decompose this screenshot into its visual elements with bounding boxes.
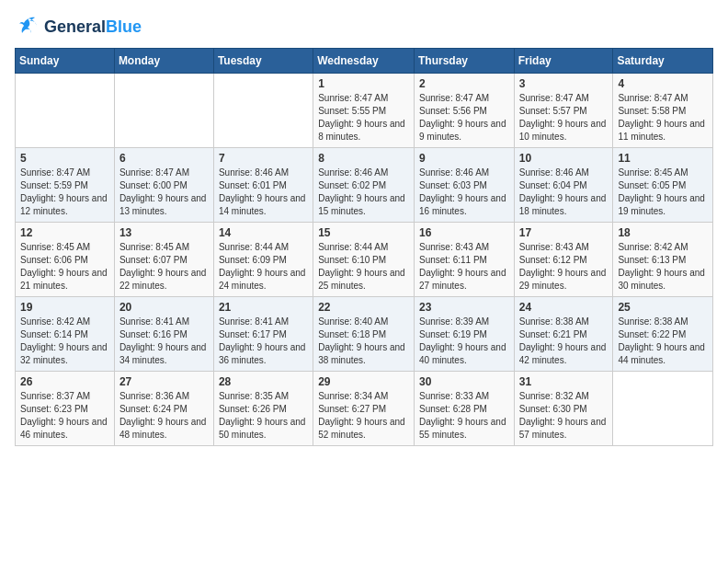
- cell-line: Daylight: 9 hours and 48 minutes.: [119, 416, 209, 442]
- cell-line: Sunset: 6:28 PM: [419, 403, 509, 416]
- cell-content: Sunrise: 8:38 AMSunset: 6:22 PMDaylight:…: [618, 316, 708, 367]
- day-number: 8: [318, 152, 409, 165]
- calendar-cell: 26Sunrise: 8:37 AMSunset: 6:23 PMDayligh…: [16, 372, 115, 446]
- calendar-cell: 18Sunrise: 8:42 AMSunset: 6:13 PMDayligh…: [613, 223, 713, 297]
- cell-content: Sunrise: 8:46 AMSunset: 6:03 PMDaylight:…: [419, 167, 509, 218]
- day-number: 4: [618, 77, 708, 90]
- calendar-cell: [114, 74, 213, 148]
- cell-line: Sunset: 5:58 PM: [618, 105, 708, 118]
- calendar-cell: 20Sunrise: 8:41 AMSunset: 6:16 PMDayligh…: [114, 297, 213, 372]
- cell-line: Sunset: 5:57 PM: [519, 105, 609, 118]
- cell-line: Sunrise: 8:38 AM: [519, 316, 609, 328]
- cell-line: Sunset: 6:16 PM: [119, 328, 209, 341]
- cell-line: Sunrise: 8:37 AM: [20, 390, 109, 403]
- cell-line: Sunrise: 8:44 AM: [219, 241, 308, 254]
- day-number: 29: [318, 375, 409, 388]
- day-number: 13: [119, 226, 209, 239]
- cell-line: Sunset: 6:17 PM: [219, 328, 308, 341]
- cell-line: Sunrise: 8:33 AM: [419, 390, 509, 403]
- cell-line: Sunset: 6:02 PM: [318, 179, 409, 192]
- cell-line: Sunset: 6:14 PM: [20, 328, 109, 341]
- calendar-cell: 14Sunrise: 8:44 AMSunset: 6:09 PMDayligh…: [213, 223, 313, 297]
- day-number: 27: [119, 375, 209, 388]
- cell-line: Sunset: 6:07 PM: [119, 254, 209, 267]
- cell-content: Sunrise: 8:46 AMSunset: 6:02 PMDaylight:…: [318, 167, 409, 218]
- day-number: 10: [519, 152, 609, 165]
- cell-line: Sunrise: 8:46 AM: [318, 167, 409, 179]
- header: GeneralBlue: [15, 15, 713, 40]
- cell-content: Sunrise: 8:40 AMSunset: 6:18 PMDaylight:…: [318, 316, 409, 367]
- cell-line: Sunrise: 8:36 AM: [119, 390, 209, 403]
- cell-line: Sunrise: 8:44 AM: [318, 241, 409, 254]
- cell-line: Sunset: 6:21 PM: [519, 328, 609, 341]
- cell-content: Sunrise: 8:45 AMSunset: 6:06 PMDaylight:…: [20, 241, 109, 293]
- day-number: 12: [20, 226, 109, 239]
- cell-content: Sunrise: 8:39 AMSunset: 6:19 PMDaylight:…: [419, 316, 509, 367]
- cell-line: Sunrise: 8:41 AM: [219, 316, 308, 328]
- week-row-3: 12Sunrise: 8:45 AMSunset: 6:06 PMDayligh…: [16, 223, 713, 297]
- cell-line: Daylight: 9 hours and 22 minutes.: [119, 267, 209, 293]
- cell-line: Sunset: 6:05 PM: [618, 179, 708, 192]
- cell-line: Sunset: 5:59 PM: [20, 179, 109, 192]
- day-number: 11: [618, 152, 708, 165]
- cell-line: Daylight: 9 hours and 9 minutes.: [419, 118, 509, 144]
- day-header-monday: Monday: [114, 49, 213, 74]
- cell-line: Sunrise: 8:35 AM: [219, 390, 308, 403]
- cell-line: Sunrise: 8:47 AM: [20, 167, 109, 179]
- cell-line: Sunset: 6:23 PM: [20, 403, 109, 416]
- calendar-cell: 3Sunrise: 8:47 AMSunset: 5:57 PMDaylight…: [514, 74, 613, 148]
- day-number: 9: [419, 152, 509, 165]
- calendar-cell: 27Sunrise: 8:36 AMSunset: 6:24 PMDayligh…: [114, 372, 213, 446]
- calendar-cell: [613, 372, 713, 446]
- cell-line: Daylight: 9 hours and 19 minutes.: [618, 192, 708, 218]
- cell-line: Sunrise: 8:43 AM: [519, 241, 609, 254]
- cell-line: Daylight: 9 hours and 16 minutes.: [419, 192, 509, 218]
- calendar-cell: 23Sunrise: 8:39 AMSunset: 6:19 PMDayligh…: [414, 297, 514, 372]
- cell-content: Sunrise: 8:33 AMSunset: 6:28 PMDaylight:…: [419, 390, 509, 442]
- cell-line: Sunset: 6:24 PM: [119, 403, 209, 416]
- cell-line: Daylight: 9 hours and 50 minutes.: [219, 416, 308, 442]
- week-row-5: 26Sunrise: 8:37 AMSunset: 6:23 PMDayligh…: [16, 372, 713, 446]
- day-header-friday: Friday: [514, 49, 613, 74]
- calendar-cell: 15Sunrise: 8:44 AMSunset: 6:10 PMDayligh…: [313, 223, 415, 297]
- cell-line: Daylight: 9 hours and 34 minutes.: [119, 341, 209, 367]
- cell-line: Sunrise: 8:47 AM: [318, 92, 409, 105]
- day-number: 2: [419, 77, 509, 90]
- day-number: 16: [419, 226, 509, 239]
- day-number: 18: [618, 226, 708, 239]
- cell-line: Sunrise: 8:46 AM: [419, 167, 509, 179]
- cell-content: Sunrise: 8:41 AMSunset: 6:16 PMDaylight:…: [119, 316, 209, 367]
- day-number: 7: [219, 152, 308, 165]
- cell-line: Daylight: 9 hours and 57 minutes.: [519, 416, 609, 442]
- cell-content: Sunrise: 8:44 AMSunset: 6:09 PMDaylight:…: [219, 241, 308, 293]
- cell-line: Daylight: 9 hours and 32 minutes.: [20, 341, 109, 367]
- cell-line: Daylight: 9 hours and 38 minutes.: [318, 341, 409, 367]
- cell-content: Sunrise: 8:46 AMSunset: 6:01 PMDaylight:…: [219, 167, 308, 218]
- calendar-cell: 2Sunrise: 8:47 AMSunset: 5:56 PMDaylight…: [414, 74, 514, 148]
- cell-content: Sunrise: 8:34 AMSunset: 6:27 PMDaylight:…: [318, 390, 409, 442]
- cell-content: Sunrise: 8:43 AMSunset: 6:11 PMDaylight:…: [419, 241, 509, 293]
- cell-line: Sunset: 6:18 PM: [318, 328, 409, 341]
- days-header-row: SundayMondayTuesdayWednesdayThursdayFrid…: [16, 49, 713, 74]
- calendar-cell: 7Sunrise: 8:46 AMSunset: 6:01 PMDaylight…: [213, 148, 313, 223]
- cell-content: Sunrise: 8:47 AMSunset: 5:57 PMDaylight:…: [519, 92, 609, 144]
- cell-line: Sunset: 6:26 PM: [219, 403, 308, 416]
- calendar-cell: 4Sunrise: 8:47 AMSunset: 5:58 PMDaylight…: [613, 74, 713, 148]
- cell-line: Daylight: 9 hours and 36 minutes.: [219, 341, 308, 367]
- cell-line: Daylight: 9 hours and 24 minutes.: [219, 267, 308, 293]
- calendar-cell: 28Sunrise: 8:35 AMSunset: 6:26 PMDayligh…: [213, 372, 313, 446]
- calendar-cell: 10Sunrise: 8:46 AMSunset: 6:04 PMDayligh…: [514, 148, 613, 223]
- cell-content: Sunrise: 8:38 AMSunset: 6:21 PMDaylight:…: [519, 316, 609, 367]
- cell-line: Sunset: 6:10 PM: [318, 254, 409, 267]
- calendar-cell: 1Sunrise: 8:47 AMSunset: 5:55 PMDaylight…: [313, 74, 415, 148]
- cell-line: Daylight: 9 hours and 11 minutes.: [618, 118, 708, 144]
- day-header-sunday: Sunday: [16, 49, 115, 74]
- cell-line: Daylight: 9 hours and 12 minutes.: [20, 192, 109, 218]
- cell-line: Sunrise: 8:45 AM: [20, 241, 109, 254]
- cell-line: Daylight: 9 hours and 44 minutes.: [618, 341, 708, 367]
- day-number: 20: [119, 301, 209, 314]
- cell-line: Sunrise: 8:42 AM: [20, 316, 109, 328]
- week-row-1: 1Sunrise: 8:47 AMSunset: 5:55 PMDaylight…: [16, 74, 713, 148]
- cell-line: Sunset: 5:55 PM: [318, 105, 409, 118]
- day-number: 21: [219, 301, 308, 314]
